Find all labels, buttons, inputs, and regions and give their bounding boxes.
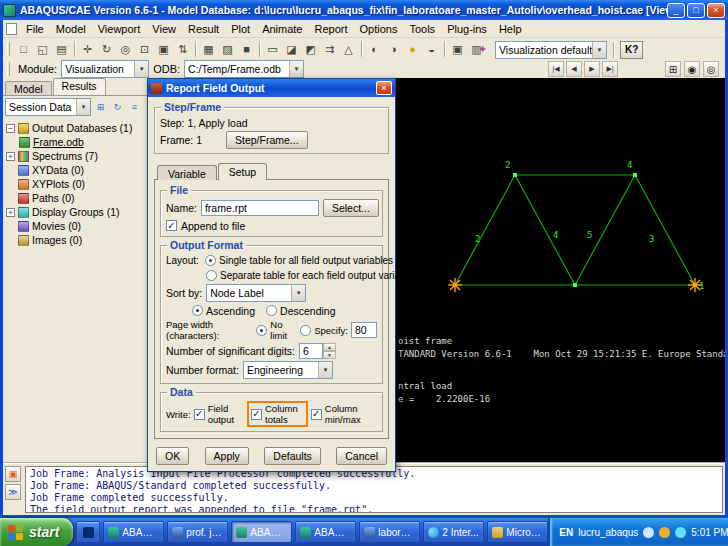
tray-icon-1[interactable]	[643, 527, 654, 538]
film-camera-icon[interactable]: ◎	[703, 61, 719, 77]
print-icon[interactable]: ▤	[52, 40, 71, 59]
command-line-tab-icon[interactable]: ≫	[5, 484, 21, 500]
menu-report[interactable]: Report	[308, 22, 353, 36]
taskbar-button-internet[interactable]: 2 Inter...	[423, 521, 484, 543]
chevron-down-icon[interactable]: ▼	[289, 61, 303, 77]
viewport-tools-icon[interactable]: ⊞	[665, 61, 681, 77]
rotate-view-icon[interactable]: ↻	[97, 40, 116, 59]
session-data-select[interactable]: Session Data ▼	[5, 98, 91, 116]
tree-item-xyplots[interactable]: XYPlots (0)	[6, 177, 147, 191]
expand-icon[interactable]: +	[6, 208, 15, 217]
layout-separate-radio[interactable]	[206, 270, 217, 281]
collapse-icon[interactable]: −	[6, 124, 15, 133]
chevron-down-icon[interactable]: ▼	[134, 61, 148, 77]
odb-select[interactable]: C:/Temp/Frame.odb ▼	[184, 60, 304, 78]
wireframe-render-icon[interactable]: ▦	[199, 40, 218, 59]
quick-launch-icon[interactable]	[76, 521, 100, 543]
refresh-tree-icon[interactable]: ↻	[110, 100, 125, 115]
menu-plugins[interactable]: Plug-ins	[441, 22, 493, 36]
context-help-button[interactable]: K?	[620, 41, 643, 59]
specify-radio[interactable]	[300, 325, 311, 336]
apply-button[interactable]: Apply	[205, 447, 249, 465]
tab-results[interactable]: Results	[53, 78, 106, 95]
menu-animate[interactable]: Animate	[256, 22, 308, 36]
expand-icon[interactable]: +	[6, 152, 15, 161]
tree-item-spectrums[interactable]: + Spectrums (7)	[6, 149, 147, 163]
dialog-titlebar[interactable]: Report Field Output ×	[148, 79, 395, 97]
snapshot-camera-icon[interactable]: ◉	[684, 61, 700, 77]
layout-single-radio[interactable]	[205, 255, 216, 266]
message-log[interactable]: Job Frame: Analysis Input File Processor…	[25, 466, 723, 513]
menu-help[interactable]: Help	[493, 22, 528, 36]
shaded-render-icon[interactable]: ■	[237, 40, 256, 59]
mirror-right-icon[interactable]: ◑	[384, 40, 403, 59]
tree-item-movies[interactable]: Movies (0)	[6, 219, 147, 233]
taskbar-clock[interactable]: 5:01 PM	[691, 527, 728, 538]
first-frame-button[interactable]: |◀	[548, 61, 564, 77]
no-limit-radio[interactable]	[256, 325, 267, 336]
grid-a-icon[interactable]: ▣	[448, 40, 467, 59]
menu-plot[interactable]: Plot	[225, 22, 256, 36]
taskbar-button-abaqus-1[interactable]: ABAQUS ...	[103, 521, 164, 543]
dialog-close-button[interactable]: ×	[376, 81, 392, 95]
previous-frame-button[interactable]: ◀	[566, 61, 582, 77]
taskbar-button-abaqus-2[interactable]: ABAQUS ...	[295, 521, 356, 543]
mirror-left-icon[interactable]: ◐	[365, 40, 384, 59]
taskbar-button-laborator[interactable]: laborator...	[359, 521, 420, 543]
module-select[interactable]: Visualization ▼	[61, 60, 149, 78]
expand-all-icon[interactable]: ⊞	[93, 100, 108, 115]
tree-options-icon[interactable]: ≡	[127, 100, 142, 115]
undeformed-plot-icon[interactable]: ▭	[263, 40, 282, 59]
contour-plot-icon[interactable]: ◩	[301, 40, 320, 59]
sphere-icon[interactable]: ●	[403, 40, 422, 59]
menu-tools[interactable]: Tools	[403, 22, 441, 36]
magnify-view-icon[interactable]: ◎	[116, 40, 135, 59]
taskbar-button-abaqus-cae[interactable]: ABAQUS/...	[231, 521, 292, 543]
minimize-button[interactable]: _	[667, 3, 685, 18]
tree-item-paths[interactable]: Paths (0)	[6, 191, 147, 205]
field-output-checkbox[interactable]: ✓	[194, 409, 205, 420]
tree-item-xydata[interactable]: XYData (0)	[6, 163, 147, 177]
descending-radio[interactable]	[266, 305, 277, 316]
chevron-down-icon[interactable]: ▼	[592, 42, 606, 58]
tree-item-images[interactable]: Images (0)	[6, 233, 147, 247]
tab-setup[interactable]: Setup	[218, 163, 267, 180]
tree-item-display-groups[interactable]: + Display Groups (1)	[6, 205, 147, 219]
significant-digits-input[interactable]	[299, 343, 323, 359]
menu-viewport[interactable]: Viewport	[92, 22, 147, 36]
menu-view[interactable]: View	[146, 22, 182, 36]
spinner-down-icon[interactable]: ▼	[323, 351, 336, 359]
language-indicator[interactable]: EN	[559, 527, 573, 538]
tree-item-frame-odb[interactable]: Frame.odb	[6, 135, 147, 149]
tree-item-output-databases[interactable]: − Output Databases (1)	[6, 121, 147, 135]
zoom-box-icon[interactable]: ⊡	[135, 40, 154, 59]
chevron-down-icon[interactable]: ▼	[76, 99, 90, 115]
chevron-down-icon[interactable]: ▼	[291, 285, 305, 301]
sort-by-select[interactable]: Node Label ▼	[206, 284, 306, 302]
page-width-input[interactable]	[351, 322, 377, 338]
message-area-tab-icon[interactable]: ▣	[5, 466, 21, 482]
report-name-input[interactable]	[201, 200, 319, 216]
open-database-icon[interactable]: ◱	[33, 40, 52, 59]
material-orientation-icon[interactable]: △	[339, 40, 358, 59]
column-minmax-checkbox[interactable]: ✓	[311, 409, 322, 420]
cancel-button[interactable]: Cancel	[336, 447, 387, 465]
number-format-select[interactable]: Engineering ▼	[243, 361, 333, 379]
column-totals-checkbox[interactable]: ✓	[251, 409, 262, 420]
tab-variable[interactable]: Variable	[157, 165, 217, 180]
tray-icon-3[interactable]	[675, 527, 686, 538]
new-model-icon[interactable]: □	[14, 40, 33, 59]
ok-button[interactable]: OK	[156, 447, 189, 465]
taskbar-button-microsoft[interactable]: Microsof...	[487, 521, 548, 543]
window-titlebar[interactable]: ABAQUS/CAE Version 6.6-1 - Model Databas…	[0, 0, 728, 20]
color-code-icon[interactable]: ✦	[473, 40, 492, 59]
viz-defaults-select[interactable]: Visualization defaults ▼	[495, 41, 607, 59]
menu-options[interactable]: Options	[354, 22, 404, 36]
select-file-button[interactable]: Select...	[323, 199, 379, 217]
step-frame-button[interactable]: Step/Frame...	[226, 131, 308, 149]
menu-file[interactable]: File	[20, 22, 50, 36]
symbol-plot-icon[interactable]: ⇉	[320, 40, 339, 59]
spinner-up-icon[interactable]: ▲	[323, 343, 336, 351]
fit-view-icon[interactable]: ▣	[154, 40, 173, 59]
pan-view-icon[interactable]: ✛	[78, 40, 97, 59]
